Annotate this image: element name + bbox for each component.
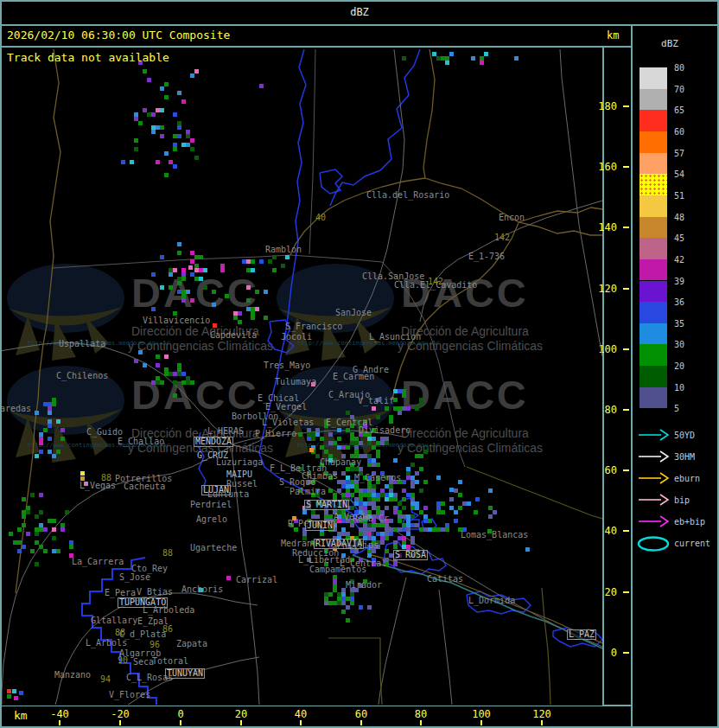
radar-echo	[445, 523, 449, 527]
x-tick-label-40: 40	[283, 708, 318, 720]
radar-echo	[354, 501, 359, 506]
radar-echo	[43, 402, 48, 406]
radar-echo	[389, 519, 393, 523]
map-label-142: 142	[428, 278, 443, 286]
radar-echo	[311, 510, 315, 514]
map-label-142: 142	[494, 233, 510, 242]
radar-echo	[350, 467, 354, 471]
radar-echo	[48, 419, 52, 424]
radar-echo	[35, 527, 39, 532]
radar-echo	[341, 601, 346, 605]
radar-echo	[242, 259, 246, 264]
radar-echo	[346, 445, 350, 450]
radar-echo	[346, 493, 350, 497]
radar-echo	[525, 547, 530, 552]
radar-echo	[39, 510, 43, 514]
radar-echo	[419, 489, 423, 493]
radar-echo	[436, 501, 441, 506]
radar-echo	[488, 514, 493, 519]
radar-echo	[333, 579, 337, 584]
radar-echo	[320, 445, 324, 450]
x-tick-label--20: -20	[103, 708, 137, 720]
radar-echo	[151, 112, 156, 117]
radar-echo	[7, 689, 11, 693]
y-tick-mark-40	[623, 530, 629, 532]
radar-echo	[13, 540, 17, 545]
radar-echo	[22, 545, 26, 549]
feature-road-potrerillos	[2, 446, 232, 705]
radar-echo	[60, 523, 65, 527]
radar-echo	[350, 441, 354, 445]
map-label-carrizal: Carrizal	[236, 576, 277, 584]
radar-echo	[488, 489, 493, 493]
radar-echo	[419, 510, 423, 514]
radar-echo	[423, 514, 428, 519]
scale-label-80: 80	[674, 63, 700, 73]
radar-echo	[350, 437, 354, 441]
radar-echo	[35, 540, 39, 545]
radar-echo	[337, 489, 341, 493]
radar-echo	[436, 510, 441, 514]
map-label-v-talif: V_talif	[358, 397, 394, 406]
radar-echo	[454, 489, 458, 493]
radar-echo	[328, 489, 333, 493]
map-label-villavicencio: Villavicencio	[143, 316, 210, 325]
radar-echo	[376, 463, 380, 467]
scale-label-70: 70	[674, 85, 700, 94]
eburn-arrow-icon	[637, 470, 670, 486]
radar-echo	[480, 56, 484, 61]
scale-label-42: 42	[674, 255, 700, 265]
radar-echo	[380, 536, 385, 540]
scale-label-39: 39	[674, 277, 700, 286]
legend-label-30hm: 30HM	[674, 452, 695, 462]
radar-echo	[514, 56, 519, 61]
color-scale-title: dBZ	[639, 38, 700, 49]
radar-echo	[181, 380, 186, 385]
radar-echo	[328, 592, 333, 597]
radar-echo	[285, 255, 290, 259]
radar-echo	[475, 497, 480, 501]
radar-echo	[346, 618, 350, 623]
radar-echo	[160, 86, 164, 91]
radar-echo	[43, 527, 48, 532]
radar-echo	[181, 277, 186, 281]
map-label-encon: Encon	[499, 214, 525, 222]
radar-echo	[372, 406, 376, 411]
radar-echo	[354, 450, 359, 454]
radar-echo	[350, 592, 354, 597]
radar-echo	[259, 259, 264, 264]
radar-echo	[181, 372, 186, 376]
radar-echo	[177, 134, 181, 138]
radar-echo	[385, 527, 389, 532]
map-label-lomas-blancas: Lomas_Blancas	[461, 531, 528, 540]
y-tick-mark-180	[623, 105, 629, 107]
radar-echo	[177, 125, 181, 130]
radar-echo	[398, 389, 402, 393]
radar-echo	[337, 437, 341, 441]
radar-echo	[389, 484, 393, 489]
radar-echo	[372, 437, 376, 441]
window-title: dBZ	[0, 6, 719, 18]
radar-echo	[363, 532, 367, 536]
radar-echo	[454, 519, 458, 523]
radar-echo	[302, 532, 307, 536]
radar-echo	[441, 527, 445, 532]
radar-echo	[160, 108, 164, 112]
map-label-s-jose: S_Jose	[119, 573, 150, 582]
map-label-junin: JUNIN	[305, 520, 334, 531]
radar-echo	[251, 259, 255, 264]
radar-echo	[441, 501, 445, 506]
radar-echo	[35, 532, 39, 536]
current-cell-ellipse-icon	[637, 535, 671, 552]
radar-echo	[354, 484, 359, 489]
scale-label-45: 45	[674, 233, 700, 243]
y-tick-mark-100	[623, 348, 629, 350]
radar-echo	[324, 597, 328, 601]
radar-echo	[406, 532, 410, 536]
radar-echo	[402, 514, 406, 519]
radar-echo	[354, 489, 359, 493]
feature-road-uspallata	[2, 342, 230, 441]
radar-echo	[307, 432, 311, 437]
radar-echo	[190, 380, 194, 385]
radar-echo	[26, 506, 30, 510]
